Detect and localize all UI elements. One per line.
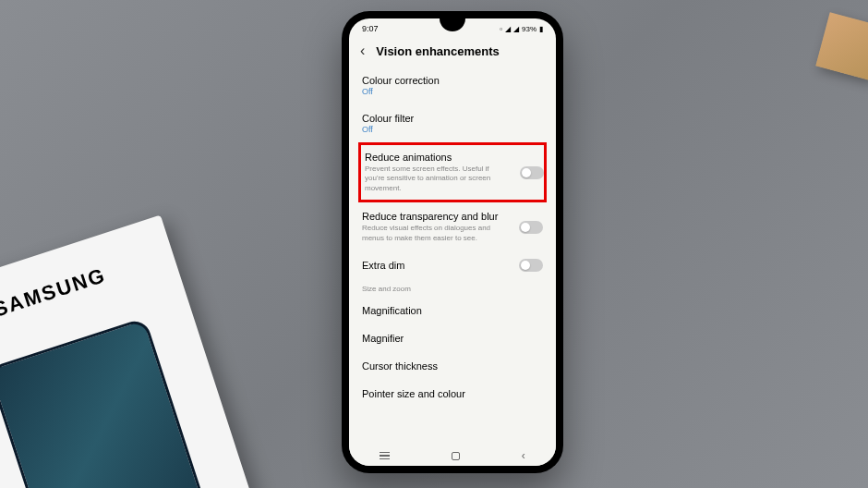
setting-magnification[interactable]: Magnification: [362, 297, 543, 324]
phone-screen: 9:07 ▫ ◢ ◢ 93% ▮ ‹ Vision enhancements C…: [349, 18, 556, 466]
setting-value: Off: [362, 87, 543, 96]
setting-description: Reduce visual effects on dialogues and m…: [362, 224, 543, 243]
network-icon: ▫: [500, 25, 502, 33]
phone-device: 9:07 ▫ ◢ ◢ 93% ▮ ‹ Vision enhancements C…: [342, 11, 563, 473]
toggle-reduce-animations[interactable]: [520, 166, 544, 179]
toggle-extra-dim[interactable]: [519, 259, 543, 272]
setting-colour-filter[interactable]: Colour filter Off: [362, 104, 543, 142]
signal-icon: ◢: [513, 25, 519, 33]
battery-percent: 93%: [522, 25, 536, 33]
setting-reduce-animations[interactable]: Reduce animations Prevent some screen ef…: [358, 142, 547, 202]
setting-title: Reduce transparency and blur: [362, 211, 543, 222]
setting-title: Magnifier: [362, 333, 543, 344]
navigation-bar: ‹: [349, 445, 556, 466]
page-title: Vision enhancements: [376, 44, 499, 58]
toggle-reduce-transparency[interactable]: [519, 221, 543, 234]
page-header: ‹ Vision enhancements: [349, 35, 556, 67]
box-phone-image: [0, 317, 208, 488]
samsung-retail-box: SAMSUNG: [0, 215, 252, 488]
samsung-logo: SAMSUNG: [0, 263, 109, 323]
back-button[interactable]: ‹: [522, 449, 525, 462]
setting-title: Magnification: [362, 305, 543, 316]
setting-title: Colour filter: [362, 113, 543, 124]
status-time: 9:07: [362, 24, 379, 33]
setting-title: Colour correction: [362, 75, 543, 86]
setting-title: Pointer size and colour: [362, 388, 543, 399]
setting-title: Extra dim: [362, 260, 543, 271]
back-icon[interactable]: ‹: [360, 43, 365, 59]
battery-icon: ▮: [539, 25, 543, 33]
setting-pointer-size[interactable]: Pointer size and colour: [362, 380, 543, 408]
setting-magnifier[interactable]: Magnifier: [362, 324, 543, 352]
setting-value: Off: [362, 125, 543, 134]
setting-cursor-thickness[interactable]: Cursor thickness: [362, 352, 543, 380]
setting-description: Prevent some screen effects. Useful if y…: [365, 165, 540, 193]
recents-button[interactable]: [380, 452, 390, 460]
setting-reduce-transparency[interactable]: Reduce transparency and blur Reduce visu…: [362, 202, 543, 251]
setting-title: Cursor thickness: [362, 360, 543, 372]
status-indicators: ▫ ◢ ◢ 93% ▮: [499, 25, 543, 33]
setting-colour-correction[interactable]: Colour correction Off: [362, 67, 543, 104]
setting-title: Reduce animations: [365, 152, 540, 163]
wood-decoration: [815, 12, 868, 79]
settings-list: Colour correction Off Colour filter Off …: [349, 67, 556, 408]
section-label: Size and zoom: [362, 279, 543, 297]
home-button[interactable]: [452, 452, 460, 460]
setting-extra-dim[interactable]: Extra dim: [362, 251, 543, 279]
wifi-icon: ◢: [505, 25, 511, 33]
